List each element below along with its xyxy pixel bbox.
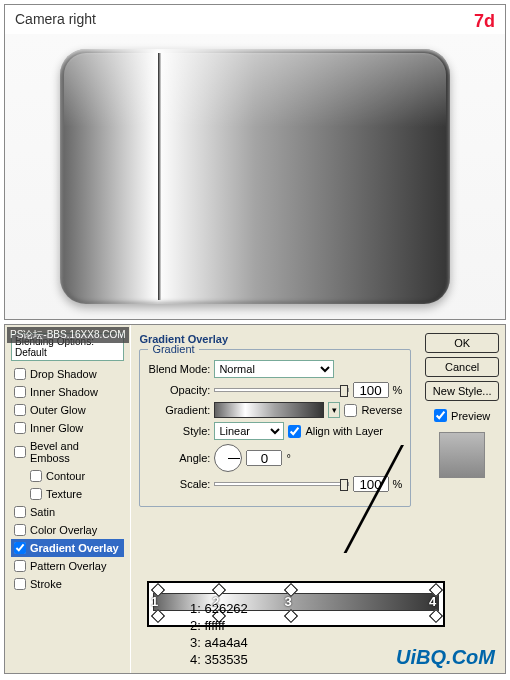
- style-item-contour[interactable]: Contour: [11, 467, 124, 485]
- opacity-input[interactable]: [353, 382, 389, 398]
- style-item-gradient-overlay[interactable]: Gradient Overlay: [11, 539, 124, 557]
- style-item-drop-shadow[interactable]: Drop Shadow: [11, 365, 124, 383]
- color-stop-4[interactable]: [429, 609, 443, 623]
- color-stop-3[interactable]: [284, 609, 298, 623]
- style-item-stroke[interactable]: Stroke: [11, 575, 124, 593]
- brand-watermark: UiBQ.CoM: [396, 646, 495, 669]
- preview-checkbox[interactable]: [434, 409, 447, 422]
- style-checkbox[interactable]: [14, 542, 26, 554]
- style-checkbox[interactable]: [14, 386, 26, 398]
- camera-body-render: [60, 49, 450, 304]
- pct-label: %: [393, 384, 403, 396]
- render-area: [5, 34, 505, 319]
- align-label: Align with Layer: [305, 425, 383, 437]
- preview-card: Camera right 7d: [4, 4, 506, 320]
- style-select[interactable]: Linear: [214, 422, 284, 440]
- style-checkbox[interactable]: [14, 422, 26, 434]
- scale-slider[interactable]: [214, 482, 348, 486]
- gradient-dropdown-icon[interactable]: ▾: [328, 402, 340, 418]
- blendmode-select[interactable]: Normal: [214, 360, 334, 378]
- degree-label: °: [286, 452, 290, 464]
- style-checkbox[interactable]: [30, 488, 42, 500]
- pct-label-2: %: [393, 478, 403, 490]
- style-item-outer-glow[interactable]: Outer Glow: [11, 401, 124, 419]
- watermark: PS论坛-BBS.16XX8.COM: [7, 327, 129, 343]
- gradient-label: Gradient:: [148, 404, 210, 416]
- align-checkbox[interactable]: [288, 425, 301, 438]
- cancel-button[interactable]: Cancel: [425, 357, 499, 377]
- layer-style-dialog: PS论坛-BBS.16XX8.COM Blending Options: Def…: [4, 324, 506, 674]
- style-item-satin[interactable]: Satin: [11, 503, 124, 521]
- scale-label: Scale:: [148, 478, 210, 490]
- angle-input[interactable]: [246, 450, 282, 466]
- fieldset-legend: Gradient: [148, 343, 198, 355]
- styles-list: Blending Options: Default Drop ShadowInn…: [5, 325, 131, 673]
- style-label: Style:: [148, 425, 210, 437]
- style-checkbox[interactable]: [14, 578, 26, 590]
- style-checkbox[interactable]: [14, 446, 26, 458]
- color-stop-1[interactable]: [151, 609, 165, 623]
- angle-label: Angle:: [148, 452, 210, 464]
- card-title: Camera right: [15, 11, 96, 32]
- style-item-texture[interactable]: Texture: [11, 485, 124, 503]
- preview-label: Preview: [451, 410, 490, 422]
- angle-dial[interactable]: [214, 444, 242, 472]
- style-item-inner-shadow[interactable]: Inner Shadow: [11, 383, 124, 401]
- ok-button[interactable]: OK: [425, 333, 499, 353]
- style-checkbox[interactable]: [14, 560, 26, 572]
- style-item-color-overlay[interactable]: Color Overlay: [11, 521, 124, 539]
- gradient-fieldset: Gradient Blend Mode: Normal Opacity: % G…: [139, 349, 411, 507]
- style-item-pattern-overlay[interactable]: Pattern Overlay: [11, 557, 124, 575]
- new-style-button[interactable]: New Style...: [425, 381, 499, 401]
- style-checkbox[interactable]: [30, 470, 42, 482]
- gradient-picker[interactable]: [214, 402, 324, 418]
- style-checkbox[interactable]: [14, 368, 26, 380]
- opacity-slider[interactable]: [214, 388, 348, 392]
- style-item-bevel-and-emboss[interactable]: Bevel and Emboss: [11, 437, 124, 467]
- blendmode-label: Blend Mode:: [148, 363, 210, 375]
- step-label: 7d: [474, 11, 495, 32]
- style-item-inner-glow[interactable]: Inner Glow: [11, 419, 124, 437]
- style-checkbox[interactable]: [14, 506, 26, 518]
- preview-swatch: [439, 432, 485, 478]
- color-stop-list: 1: 6262622: ffffff3: a4a4a44: 353535: [190, 601, 248, 669]
- style-checkbox[interactable]: [14, 524, 26, 536]
- style-checkbox[interactable]: [14, 404, 26, 416]
- reverse-label: Reverse: [361, 404, 402, 416]
- reverse-checkbox[interactable]: [344, 404, 357, 417]
- opacity-label: Opacity:: [148, 384, 210, 396]
